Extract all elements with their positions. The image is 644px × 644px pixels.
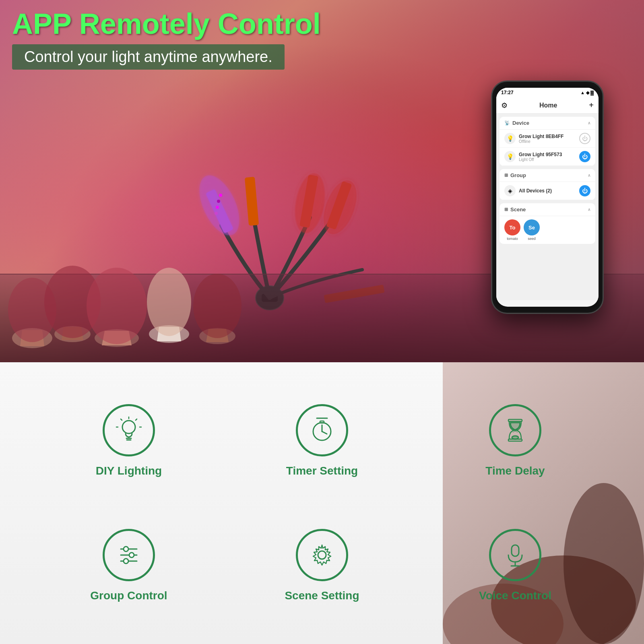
feature-timer-setting: Timer Setting xyxy=(225,378,419,503)
group-1-icon: ◈ xyxy=(504,185,516,196)
svg-point-14 xyxy=(215,212,218,215)
timer-icon xyxy=(308,416,336,444)
group-1-name: All Devices (2) xyxy=(519,188,576,194)
device-chevron[interactable]: ∧ xyxy=(588,121,590,125)
time-delay-label: Time Delay xyxy=(485,464,545,477)
subtitle-text: Control your light anytime anywhere. xyxy=(24,48,272,65)
device-item-1[interactable]: 💡 Grow Light 8EB4FF Offline ⏻ xyxy=(500,130,595,148)
feature-scene-setting: Scene Setting xyxy=(225,503,419,628)
group-control-circle xyxy=(103,529,155,581)
scene-seed[interactable]: Se seed xyxy=(524,219,540,241)
device-item-2[interactable]: 💡 Grow Light 95F573 Light Off ⏻ xyxy=(500,148,595,166)
device-2-status: Light Off xyxy=(519,157,576,162)
hourglass-icon xyxy=(501,416,529,444)
group-item-1[interactable]: ◈ All Devices (2) ⏻ xyxy=(500,182,595,200)
svg-line-37 xyxy=(136,419,137,420)
device-1-icon: 💡 xyxy=(504,133,516,144)
phone-body: 17:27 ▲ ◆ ▓ ⚙ Home + xyxy=(491,80,604,314)
group-section: ⊞ Group ∧ ◈ All Devices (2) ⏻ xyxy=(500,169,595,200)
voice-control-circle xyxy=(489,529,541,581)
phone-status-icons: ▲ ◆ ▓ xyxy=(580,90,594,95)
device-section: 📡 Device ∧ 💡 Grow Light 8EB4FF Offline xyxy=(500,117,595,166)
scene-chevron[interactable]: ∧ xyxy=(588,207,590,212)
svg-point-11 xyxy=(219,194,222,197)
group-chevron[interactable]: ∧ xyxy=(588,173,590,178)
svg-point-13 xyxy=(216,206,219,209)
diy-lighting-label: DIY Lighting xyxy=(96,464,162,477)
scene-items-container: To tomato Se seed xyxy=(500,216,595,244)
scene-section-label: Scene xyxy=(510,206,526,213)
phone-time: 17:27 xyxy=(501,90,514,95)
phone-mockup: 17:27 ▲ ◆ ▓ ⚙ Home + xyxy=(491,80,620,330)
svg-point-9 xyxy=(291,171,329,235)
scene-section-header: ⊞ Scene ∧ xyxy=(500,203,595,216)
phone-app-header: ⚙ Home + xyxy=(496,97,599,114)
feature-voice-control: Voice Control xyxy=(419,503,612,628)
svg-line-43 xyxy=(322,431,327,434)
wifi-icon: ◆ xyxy=(586,90,589,95)
plants-decoration xyxy=(0,221,282,362)
scene-section-icon: ⊞ xyxy=(504,207,508,212)
time-delay-circle xyxy=(489,404,541,456)
feature-group-control: Group Control xyxy=(32,503,225,628)
svg-point-23 xyxy=(87,268,147,344)
group-section-icon: ⊞ xyxy=(504,173,508,178)
settings-icon[interactable]: ⚙ xyxy=(501,101,508,110)
mic-icon xyxy=(501,541,529,569)
voice-control-label: Voice Control xyxy=(479,589,551,602)
gear-icon xyxy=(308,541,336,569)
device-section-icon: 📡 xyxy=(504,120,510,126)
group-section-label: Group xyxy=(510,172,526,178)
svg-rect-57 xyxy=(512,545,519,556)
group-1-power-button[interactable]: ⏻ xyxy=(579,185,590,196)
svg-point-47 xyxy=(512,436,518,439)
device-section-header: 📡 Device ∧ xyxy=(500,117,595,130)
scene-tomato[interactable]: To tomato xyxy=(504,219,520,241)
svg-point-54 xyxy=(129,553,134,557)
sliders-icon xyxy=(115,541,143,569)
feature-diy-lighting: DIY Lighting xyxy=(32,378,225,503)
timer-setting-label: Timer Setting xyxy=(286,464,358,477)
device-1-name: Grow Light 8EB4FF xyxy=(519,134,576,139)
scene-tomato-label: tomato xyxy=(504,237,520,241)
feature-time-delay: Time Delay xyxy=(419,378,612,503)
device-2-info: Grow Light 95F573 Light Off xyxy=(519,152,576,162)
home-title: Home xyxy=(539,102,557,109)
scene-tomato-badge[interactable]: To xyxy=(504,219,520,235)
svg-line-39 xyxy=(121,419,122,420)
group-1-info: All Devices (2) xyxy=(519,188,576,194)
device-1-power-button[interactable]: ⏻ xyxy=(579,133,590,144)
svg-point-55 xyxy=(124,559,128,564)
device-2-power-button[interactable]: ⏻ xyxy=(579,151,590,162)
features-section: DIY Lighting Timer Setting xyxy=(0,362,644,644)
svg-point-29 xyxy=(193,274,242,338)
device-section-label: Device xyxy=(512,120,529,126)
bulb-icon xyxy=(115,416,143,444)
scene-seed-label: seed xyxy=(524,237,540,241)
scene-seed-badge[interactable]: Se xyxy=(524,219,540,235)
group-control-label: Group Control xyxy=(90,589,167,602)
diy-lighting-circle xyxy=(103,404,155,456)
app-title: APP Remotely Control xyxy=(12,8,321,40)
svg-rect-4 xyxy=(245,177,259,226)
signal-icon: ▲ xyxy=(580,90,585,95)
scene-setting-circle xyxy=(296,529,348,581)
phone-app-content: 📡 Device ∧ 💡 Grow Light 8EB4FF Offline xyxy=(496,114,599,300)
subtitle-banner: Control your light anytime anywhere. xyxy=(12,44,285,70)
timer-setting-circle xyxy=(296,404,348,456)
device-2-name: Grow Light 95F573 xyxy=(519,152,576,157)
add-button[interactable]: + xyxy=(589,101,594,110)
device-2-icon: 💡 xyxy=(504,151,516,162)
svg-point-56 xyxy=(318,551,326,559)
battery-icon: ▓ xyxy=(590,90,594,95)
svg-point-33 xyxy=(122,421,135,433)
device-1-status: Offline xyxy=(519,139,576,144)
scene-setting-label: Scene Setting xyxy=(285,589,359,602)
scene-section: ⊞ Scene ∧ To tomato Se xyxy=(500,203,595,244)
device-1-info: Grow Light 8EB4FF Offline xyxy=(519,134,576,144)
phone-status-bar: 17:27 ▲ ◆ ▓ xyxy=(496,88,599,97)
group-section-header: ⊞ Group ∧ xyxy=(500,169,595,182)
phone-screen: 17:27 ▲ ◆ ▓ ⚙ Home + xyxy=(496,88,599,307)
top-section: APP Remotely Control Control your light … xyxy=(0,0,644,362)
svg-point-12 xyxy=(217,200,220,203)
